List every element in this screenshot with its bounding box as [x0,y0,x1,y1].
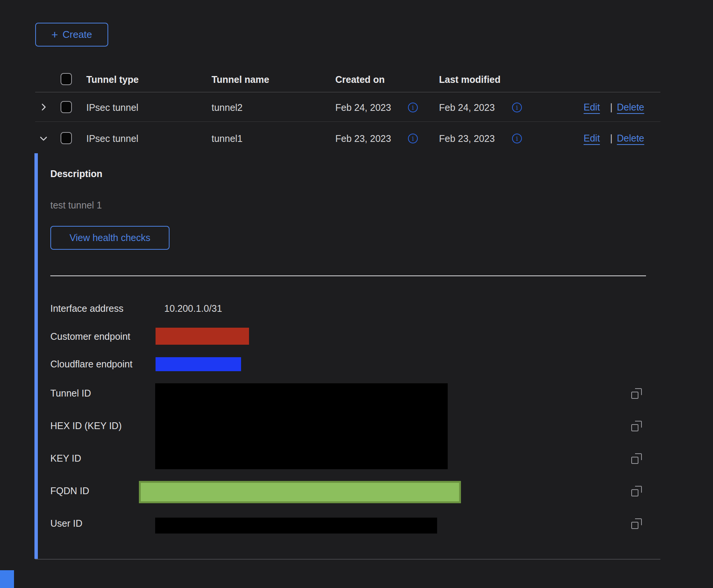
hex-id-label: HEX ID (KEY ID) [50,420,121,431]
create-button[interactable]: + Create [35,23,108,47]
chevron-right-icon[interactable] [39,102,48,112]
section-divider [50,275,646,276]
edit-link[interactable]: Edit [584,102,600,113]
interface-address-label: Interface address [50,303,123,314]
chevron-down-icon[interactable] [39,134,48,143]
select-all-checkbox[interactable] [61,73,72,85]
copy-icon[interactable] [631,388,642,399]
view-health-checks-button[interactable]: View health checks [50,226,170,250]
tunnel-id-label: Tunnel ID [50,388,91,399]
customer-endpoint-label: Customer endpoint [50,331,130,342]
ids-redaction-block [155,383,448,469]
cloudflare-endpoint-redaction [156,357,241,371]
tunnel-name-cell: tunnel1 [212,133,243,144]
copy-icon[interactable] [631,518,642,529]
copy-icon-front [631,392,638,399]
row-checkbox[interactable] [61,101,72,113]
header-tunnel-name: Tunnel name [212,74,269,85]
created-on-cell: Feb 24, 2023 [335,102,391,113]
last-modified-cell: Feb 23, 2023 [439,133,495,144]
row-checkbox[interactable] [61,132,72,144]
bottom-left-blue-fragment [0,570,14,588]
header-created-on: Created on [335,74,385,85]
info-icon[interactable]: i [512,134,522,143]
header-tunnel-type: Tunnel type [86,74,139,85]
interface-address-value: 10.200.1.0/31 [164,303,222,314]
table-row: IPsec tunnel tunnel1 Feb 23, 2023 i Feb … [35,122,660,153]
info-icon[interactable]: i [408,103,418,112]
cloudflare-endpoint-label: Cloudflare endpoint [50,359,132,370]
key-id-label: KEY ID [50,453,81,464]
customer-endpoint-redaction [156,328,249,345]
header-last-modified: Last modified [439,74,501,85]
fqdn-id-label: FQDN ID [50,485,89,496]
create-button-label: Create [62,29,92,40]
fqdn-id-redaction [139,481,461,503]
info-icon[interactable]: i [512,103,522,112]
copy-icon-front [631,424,638,431]
created-on-cell: Feb 23, 2023 [335,133,391,144]
view-health-checks-label: View health checks [70,232,151,243]
copy-icon[interactable] [631,485,642,497]
action-separator: | [610,133,613,144]
delete-link[interactable]: Delete [617,102,644,113]
action-separator: | [610,102,613,113]
copy-icon-front [631,522,638,529]
delete-link[interactable]: Delete [617,133,644,144]
tunnel-name-cell: tunnel2 [212,102,243,113]
table-header-row: Tunnel type Tunnel name Created on Last … [35,66,660,92]
copy-icon-front [631,457,638,464]
copy-icon[interactable] [631,453,642,464]
tunnels-page: + Create Tunnel type Tunnel name Created… [0,0,713,588]
plus-icon: + [51,29,58,40]
info-icon[interactable]: i [408,134,418,143]
tunnel-type-cell: IPsec tunnel [86,133,139,144]
description-label: Description [50,168,103,179]
expanded-panel-bottom-border [35,559,660,560]
copy-icon-front [631,489,638,496]
description-value: test tunnel 1 [50,200,102,211]
edit-link[interactable]: Edit [584,133,600,144]
table-row: IPsec tunnel tunnel2 Feb 24, 2023 i Feb … [35,92,660,122]
copy-icon[interactable] [631,420,642,432]
user-id-label: User ID [50,518,83,529]
expanded-panel-accent-bar [34,153,38,559]
last-modified-cell: Feb 24, 2023 [439,102,495,113]
tunnel-type-cell: IPsec tunnel [86,102,139,113]
user-id-redaction [155,518,437,534]
